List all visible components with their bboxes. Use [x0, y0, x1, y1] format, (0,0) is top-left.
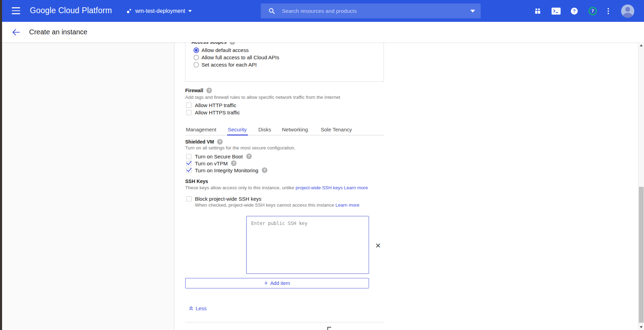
tab-disks[interactable]: Disks [258, 127, 271, 132]
app-bar: Google Cloud Platform wm-test-deployment… [2, 0, 644, 22]
help-icon[interactable]: ? [231, 160, 237, 166]
notifications-badge[interactable]: 7 [589, 7, 597, 15]
left-panel [2, 42, 174, 330]
checkbox-allow-http[interactable]: Allow HTTP traffic [186, 102, 240, 109]
tab-management[interactable]: Management [186, 127, 216, 132]
create-instance-form: Access scopes ? Allow default access All… [185, 42, 384, 330]
help-icon[interactable]: ? [217, 139, 223, 145]
radio-button[interactable] [194, 55, 199, 60]
access-scopes-card: Access scopes ? Allow default access All… [185, 42, 384, 82]
shielded-vm-description: Turn on all settings for the most secure… [185, 145, 295, 150]
radio-option-set-access[interactable]: Set access for each API [194, 61, 279, 68]
more-options-icon[interactable] [608, 8, 609, 14]
ssh-key-input[interactable] [246, 216, 369, 274]
learn-more-link[interactable]: Learn more [335, 202, 359, 208]
scroll-up-arrow[interactable] [638, 42, 644, 48]
help-icon[interactable]: ? [246, 154, 252, 159]
less-toggle[interactable]: Less [189, 305, 207, 312]
tab-security[interactable]: Security [228, 127, 247, 132]
chevron-down-icon [188, 10, 192, 12]
project-wide-ssh-keys-link[interactable]: project-wide SSH keys Learn more [295, 185, 368, 190]
project-name: wm-test-deployment [135, 8, 185, 14]
scroll-down-arrow[interactable] [638, 324, 644, 330]
options-tabs: Management Security Disks Networking Sol… [185, 124, 384, 136]
clipped-content-fragment [327, 327, 331, 330]
checkbox-integrity-monitoring[interactable]: Turn on Integrity Monitoring ? [186, 167, 267, 174]
checkbox[interactable] [186, 103, 191, 108]
user-avatar-icon [621, 5, 634, 18]
shielded-vm-options: Turn on Secure Boot ? Turn on vTPM ? Tur… [186, 153, 267, 174]
checkbox[interactable] [186, 161, 191, 166]
notification-count: 7 [590, 8, 596, 14]
radio-option-default-access[interactable]: Allow default access [194, 46, 279, 54]
checkbox[interactable] [186, 154, 191, 159]
section-divider [185, 322, 384, 322]
ssh-keys-header: SSH Keys [185, 179, 208, 184]
page-header: Create an instance [2, 22, 644, 42]
checkbox[interactable] [186, 168, 191, 173]
checkbox-allow-https[interactable]: Allow HTTPS traffic [186, 109, 240, 116]
scrollbar-thumb[interactable] [639, 187, 644, 323]
checkbox[interactable] [186, 196, 191, 201]
active-tab-underline [227, 134, 248, 136]
page-title: Create an instance [29, 28, 87, 36]
project-selector[interactable]: wm-test-deployment [126, 0, 192, 22]
ssh-keys-description: These keys allow access only to this ins… [185, 185, 368, 190]
checkbox-vtpm[interactable]: Turn on vTPM ? [186, 160, 267, 167]
help-icon[interactable]: ? [262, 167, 267, 173]
access-scopes-options: Allow default access Allow full access t… [194, 46, 279, 68]
back-arrow-icon[interactable] [11, 28, 20, 36]
shielded-vm-header: Shielded VM ? [185, 139, 223, 145]
search-input[interactable] [282, 8, 470, 14]
radio-button[interactable] [194, 62, 199, 68]
window-edge [0, 0, 2, 330]
checkbox[interactable] [186, 110, 191, 115]
firewall-options: Allow HTTP traffic Allow HTTPS traffic [186, 102, 240, 116]
remove-ssh-key-icon[interactable]: × [373, 241, 383, 250]
gcp-logo[interactable]: Google Cloud Platform [30, 6, 112, 15]
gift-icon[interactable] [534, 8, 541, 15]
checkbox-secure-boot[interactable]: Turn on Secure Boot ? [186, 153, 267, 160]
scrollbar[interactable] [638, 42, 644, 330]
menu-icon[interactable] [12, 7, 20, 14]
cloud-shell-icon[interactable] [551, 7, 561, 15]
tab-networking[interactable]: Networking [282, 127, 308, 132]
search-icon [268, 8, 275, 14]
checkbox-block-project-wide-ssh-keys[interactable]: Block project-wide SSH keys [186, 195, 261, 202]
avatar[interactable] [621, 5, 634, 18]
add-item-button[interactable]: + Add item [185, 278, 369, 288]
help-icon[interactable]: ? [571, 8, 578, 15]
radio-button[interactable] [194, 47, 199, 53]
chevron-double-up-icon [189, 306, 194, 311]
search-dropdown-icon[interactable] [470, 10, 475, 12]
help-icon[interactable]: ? [206, 88, 212, 93]
tab-sole-tenancy[interactable]: Sole Tenancy [321, 127, 352, 132]
plus-icon: + [264, 280, 268, 286]
search-bar[interactable] [261, 3, 481, 18]
radio-option-full-access[interactable]: Allow full access to all Cloud APIs [194, 54, 279, 61]
firewall-description: Add tags and firewall rules to allow spe… [185, 95, 340, 100]
firewall-header: Firewall ? [185, 88, 212, 93]
block-ssh-note: When checked, project-wide SSH keys cann… [195, 202, 359, 208]
project-icon [126, 8, 132, 14]
